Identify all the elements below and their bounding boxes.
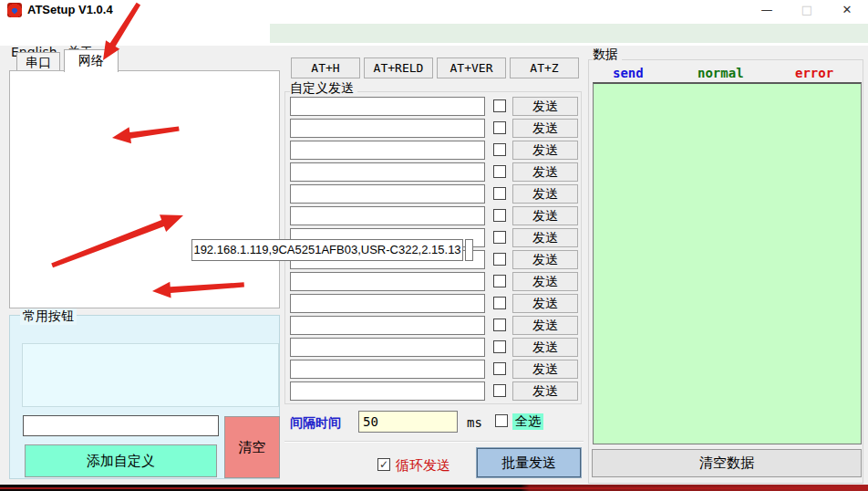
send-button[interactable]: 发送	[512, 162, 578, 182]
custom-command-input[interactable]	[290, 272, 485, 291]
custom-name-input[interactable]	[23, 415, 219, 436]
send-button[interactable]: 发送	[512, 272, 578, 291]
header-green-strip	[270, 24, 868, 43]
maximize-button[interactable]: □	[788, 0, 826, 20]
custom-send-row: 发送	[290, 141, 582, 160]
custom-command-input[interactable]	[290, 294, 485, 313]
custom-command-input[interactable]	[290, 338, 485, 357]
legend-normal: normal	[698, 66, 744, 80]
device-tooltip: 192.168.1.119,9CA5251AFB03,USR-C322,2.15…	[191, 239, 463, 261]
custom-send-row: 发送	[290, 272, 582, 291]
custom-command-input[interactable]	[290, 360, 485, 379]
send-checkbox[interactable]	[493, 384, 506, 397]
send-checkbox[interactable]	[493, 99, 506, 112]
select-all-checkbox[interactable]	[495, 414, 508, 427]
send-button[interactable]: 发送	[512, 119, 578, 138]
custom-command-input[interactable]	[290, 381, 485, 401]
send-checkbox[interactable]	[493, 340, 506, 353]
loop-send-label: 循环发送	[396, 457, 450, 475]
at-z-button[interactable]: AT+Z	[510, 57, 579, 78]
send-button[interactable]: 发送	[512, 338, 578, 357]
custom-command-input[interactable]	[290, 162, 485, 182]
clear-data-button[interactable]: 清空数据	[592, 449, 862, 477]
ms-unit-label: ms	[467, 415, 482, 430]
send-checkbox[interactable]	[493, 362, 506, 375]
at-h-button[interactable]: AT+H	[291, 57, 360, 78]
send-button[interactable]: 发送	[512, 316, 578, 335]
send-checkbox[interactable]	[493, 253, 506, 266]
clear-button[interactable]: 清空	[224, 416, 280, 478]
custom-send-label: 自定义发送	[290, 80, 357, 97]
custom-send-row: 发送	[290, 338, 582, 357]
interval-input[interactable]	[358, 411, 458, 433]
common-buttons-list	[22, 343, 279, 407]
tooltip-fragment	[465, 239, 473, 261]
send-button[interactable]: 发送	[512, 97, 578, 116]
send-button[interactable]: 发送	[512, 381, 578, 401]
send-checkbox[interactable]	[493, 209, 506, 222]
send-checkbox[interactable]	[493, 187, 506, 200]
custom-send-row: 发送	[290, 316, 582, 335]
tab-network[interactable]: 网络	[64, 49, 119, 72]
desktop-edge-line	[0, 487, 868, 489]
send-button[interactable]: 发送	[512, 294, 578, 313]
send-button[interactable]: 发送	[512, 228, 578, 247]
send-checkbox[interactable]	[493, 231, 506, 244]
send-checkbox[interactable]	[493, 319, 506, 331]
send-button[interactable]: 发送	[512, 141, 578, 160]
interval-label: 间隔时间	[290, 415, 341, 432]
custom-send-row: 发送	[290, 97, 582, 116]
custom-command-input[interactable]	[290, 97, 485, 116]
send-checkbox[interactable]	[493, 275, 506, 287]
at-ver-button[interactable]: AT+VER	[437, 57, 506, 78]
add-custom-button[interactable]: 添加自定义	[25, 444, 217, 477]
send-checkbox[interactable]	[493, 143, 506, 156]
custom-send-row: 发送	[290, 360, 582, 379]
tab-serial[interactable]: 串口	[16, 52, 60, 72]
send-checkbox[interactable]	[493, 165, 506, 178]
custom-command-input[interactable]	[290, 316, 485, 335]
custom-send-row: 发送	[290, 119, 582, 138]
loop-send-checkbox[interactable]: ✓	[377, 458, 390, 471]
legend-send: send	[613, 66, 644, 80]
custom-send-row: 发送	[290, 184, 582, 204]
data-group-label: 数据	[593, 47, 622, 63]
custom-send-row: 发送	[290, 294, 582, 313]
custom-send-row: 发送	[290, 381, 582, 401]
app-icon	[7, 3, 22, 17]
minimize-button[interactable]: —	[748, 0, 786, 20]
window-title: ATSetup V1.0.4	[27, 3, 113, 16]
title-bar: ATSetup V1.0.4 — □ ✕	[0, 0, 868, 20]
send-checkbox[interactable]	[493, 297, 506, 309]
custom-send-row: 发送	[290, 162, 582, 182]
divider	[284, 441, 584, 443]
custom-command-input[interactable]	[290, 141, 485, 160]
send-button[interactable]: 发送	[512, 184, 578, 204]
data-output-area[interactable]	[593, 82, 862, 444]
send-button[interactable]: 发送	[512, 250, 578, 269]
batch-send-button[interactable]: 批量发送	[477, 448, 581, 477]
custom-command-input[interactable]	[290, 119, 485, 138]
legend-error: error	[795, 66, 833, 80]
common-buttons-label: 常用按钮	[20, 308, 77, 325]
network-tab-panel	[9, 70, 280, 308]
send-button[interactable]: 发送	[512, 206, 578, 225]
custom-command-input[interactable]	[290, 206, 485, 225]
custom-send-row: 发送	[290, 206, 582, 225]
send-checkbox[interactable]	[493, 121, 506, 134]
send-button[interactable]: 发送	[512, 360, 578, 379]
at-reld-button[interactable]: AT+RELD	[364, 57, 433, 78]
select-all-label: 全选	[512, 413, 543, 430]
custom-command-input[interactable]	[290, 184, 485, 204]
close-button[interactable]: ✕	[828, 0, 866, 20]
